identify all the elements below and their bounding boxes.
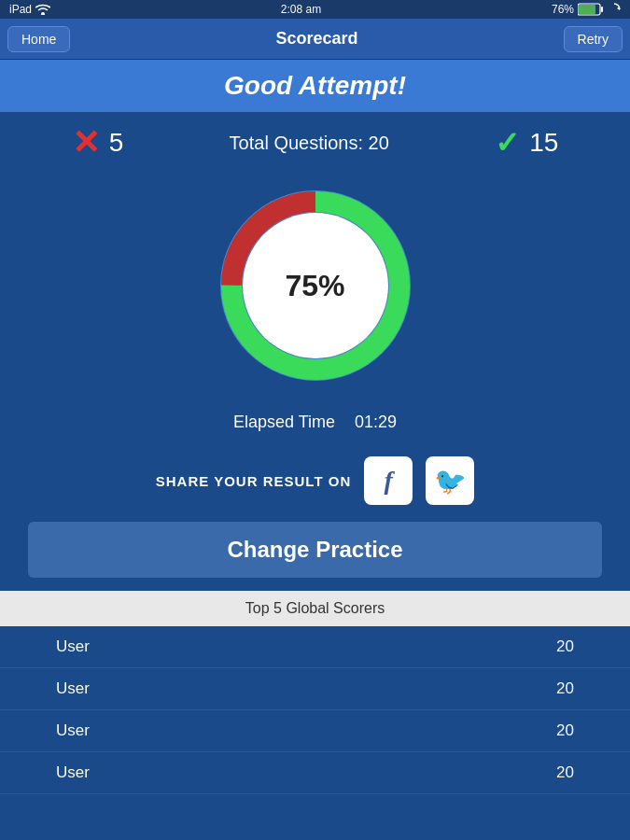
chart-container: 75%	[0, 174, 630, 407]
scorers-table: User 20 User 20 User 20 User 20	[0, 626, 630, 794]
scorer-name: User	[56, 679, 90, 698]
battery-icon	[578, 3, 604, 16]
total-count: 20	[369, 133, 389, 153]
svg-point-0	[41, 12, 45, 15]
retry-button[interactable]: Retry	[564, 26, 623, 52]
svg-rect-2	[579, 5, 595, 14]
twitter-icon: 🐦	[434, 466, 467, 497]
lock-rotation-icon	[608, 3, 621, 16]
scorer-row: User 20	[0, 710, 630, 752]
wrong-icon: ✕	[72, 126, 100, 160]
facebook-button[interactable]: f	[364, 456, 413, 505]
status-right: 76%	[552, 3, 621, 16]
scorer-row: User 20	[0, 752, 630, 794]
scorer-name: User	[56, 637, 90, 656]
donut-chart: 75%	[213, 183, 418, 388]
scorer-score: 20	[556, 721, 574, 740]
status-bar: iPad 2:08 am 76%	[0, 0, 630, 19]
status-left: iPad	[9, 3, 50, 16]
battery-percent: 76%	[552, 3, 574, 16]
percentage-text: 75%	[285, 269, 344, 303]
scorer-name: User	[56, 721, 90, 740]
correct-count: 15	[529, 128, 558, 158]
result-text: Good Attempt!	[224, 71, 406, 100]
home-button[interactable]: Home	[7, 26, 70, 52]
result-banner: Good Attempt!	[0, 60, 630, 112]
page-title: Scorecard	[275, 29, 357, 49]
total-label: Total Questions:	[230, 133, 363, 153]
share-row: SHARE YOUR RESULT ON f 🐦	[0, 447, 630, 522]
twitter-button[interactable]: 🐦	[426, 456, 474, 505]
scorer-row: User 20	[0, 668, 630, 710]
total-questions: Total Questions: 20	[230, 133, 389, 154]
svg-marker-4	[617, 7, 620, 10]
elapsed-time-row: Elapsed Time 01:29	[0, 407, 630, 447]
correct-icon: ✓	[495, 125, 520, 161]
elapsed-time-value: 01:29	[355, 413, 397, 431]
correct-section: ✓ 15	[495, 125, 558, 161]
svg-rect-3	[601, 7, 603, 12]
wifi-icon	[35, 4, 50, 15]
scorer-row: User 20	[0, 626, 630, 668]
carrier-text: iPad	[9, 3, 32, 16]
facebook-icon: f	[385, 466, 393, 496]
scorer-score: 20	[556, 679, 574, 698]
scorer-name: User	[56, 763, 90, 782]
scorer-score: 20	[556, 763, 574, 782]
nav-bar: Home Scorecard Retry	[0, 19, 630, 60]
scorer-score: 20	[556, 637, 574, 656]
status-time: 2:08 am	[281, 3, 321, 16]
elapsed-label: Elapsed Time	[233, 413, 335, 431]
change-practice-button[interactable]: Change Practice	[28, 522, 602, 578]
wrong-section: ✕ 5	[72, 126, 124, 160]
share-label: SHARE YOUR RESULT ON	[156, 473, 351, 489]
scorers-header: Top 5 Global Scorers	[0, 591, 630, 626]
wrong-count: 5	[109, 128, 124, 158]
score-summary: ✕ 5 Total Questions: 20 ✓ 15	[0, 112, 630, 174]
